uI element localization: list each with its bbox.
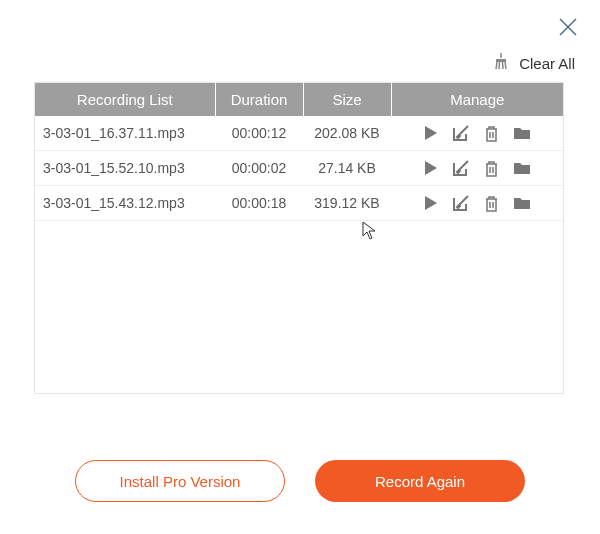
- folder-icon[interactable]: [513, 126, 531, 140]
- play-icon[interactable]: [424, 195, 438, 211]
- cell-duration: 00:00:18: [215, 186, 303, 221]
- delete-icon[interactable]: [484, 195, 499, 212]
- recording-table-container: Recording List Duration Size Manage 3-03…: [34, 82, 564, 394]
- clear-all-icon: [493, 52, 509, 74]
- cell-filename: 3-03-01_16.37.11.mp3: [35, 116, 215, 151]
- cell-manage: [391, 151, 563, 186]
- cell-duration: 00:00:12: [215, 116, 303, 151]
- cell-manage: [391, 116, 563, 151]
- cell-duration: 00:00:02: [215, 151, 303, 186]
- cell-size: 319.12 KB: [303, 186, 391, 221]
- play-icon[interactable]: [424, 160, 438, 176]
- svg-line-4: [499, 62, 500, 69]
- edit-icon[interactable]: [452, 159, 470, 177]
- cell-size: 27.14 KB: [303, 151, 391, 186]
- header-duration: Duration: [215, 83, 303, 116]
- folder-icon[interactable]: [513, 196, 531, 210]
- table-row: 3-03-01_16.37.11.mp3 00:00:12 202.08 KB: [35, 116, 563, 151]
- cell-size: 202.08 KB: [303, 116, 391, 151]
- clear-all-button[interactable]: Clear All: [519, 55, 575, 72]
- table-row: 3-03-01_15.43.12.mp3 00:00:18 319.12 KB: [35, 186, 563, 221]
- edit-icon[interactable]: [452, 194, 470, 212]
- header-manage: Manage: [391, 83, 563, 116]
- header-recording-list: Recording List: [35, 83, 215, 116]
- close-icon: [556, 15, 580, 39]
- edit-icon[interactable]: [452, 124, 470, 142]
- svg-line-6: [505, 62, 506, 69]
- cell-filename: 3-03-01_15.43.12.mp3: [35, 186, 215, 221]
- cell-manage: [391, 186, 563, 221]
- table-row: 3-03-01_15.52.10.mp3 00:00:02 27.14 KB: [35, 151, 563, 186]
- delete-icon[interactable]: [484, 125, 499, 142]
- record-again-button[interactable]: Record Again: [315, 460, 525, 502]
- delete-icon[interactable]: [484, 160, 499, 177]
- close-button[interactable]: [556, 15, 580, 43]
- recording-table: Recording List Duration Size Manage 3-03…: [35, 83, 563, 221]
- play-icon[interactable]: [424, 125, 438, 141]
- install-pro-button[interactable]: Install Pro Version: [75, 460, 285, 502]
- folder-icon[interactable]: [513, 161, 531, 175]
- header-size: Size: [303, 83, 391, 116]
- svg-line-5: [503, 62, 504, 69]
- cell-filename: 3-03-01_15.52.10.mp3: [35, 151, 215, 186]
- svg-line-3: [496, 62, 497, 69]
